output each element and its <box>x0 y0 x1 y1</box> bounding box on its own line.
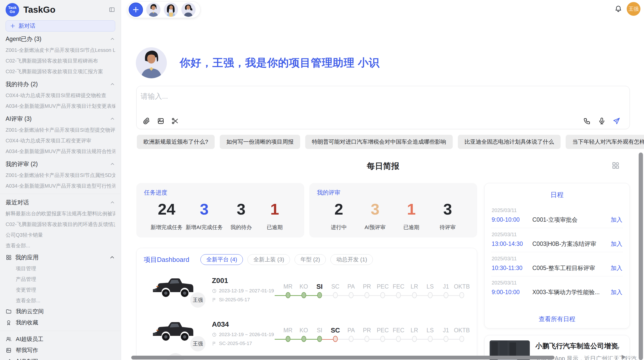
milestone: PA <box>343 282 359 299</box>
milestone-label: LR <box>406 326 422 335</box>
collapse-sidebar-icon[interactable] <box>109 6 115 13</box>
milestone: OKTB <box>454 282 470 299</box>
sidebar-link[interactable]: AI超级员工 <box>6 334 115 345</box>
sidebar-item[interactable]: C0X4-动力总成开发项目工程变更评审 <box>6 135 115 146</box>
sidebar-section-header[interactable]: 我的待办 (2) <box>6 78 115 90</box>
sidebar-section-title: AI评审 (3) <box>6 115 32 123</box>
scroll-down-arrow[interactable]: ▼ <box>616 345 621 351</box>
event-join-link[interactable]: 加入 <box>611 264 622 272</box>
sidebar-item[interactable]: C02-飞腾新能源轻客改款项目里程碑画布 <box>6 55 115 66</box>
sidebar-item[interactable]: 产品管理 <box>6 274 115 284</box>
sidebar-section-apps: 我的应用 项目管理产品管理变更管理 查看全部... <box>6 251 115 306</box>
chevron-up-icon <box>110 116 115 122</box>
suggestion-chip[interactable]: 比亚迪全固态电池计划具体说了什么 <box>458 135 561 149</box>
suggestion-chip[interactable]: 特朗普可能对进口汽车增税会对中国车企造成哪些影响 <box>305 135 453 149</box>
agent-avatar-3[interactable] <box>181 3 196 17</box>
dashboard-tab[interactable]: 年型 (2) <box>295 254 326 265</box>
scroll-right-arrow[interactable]: ▶ <box>622 353 626 360</box>
sidebar-section-title: Agent已办 (3) <box>6 35 41 43</box>
milestone: OKTB <box>454 326 470 343</box>
sidebar-section-header[interactable]: AI评审 (3) <box>6 113 115 125</box>
sidebar-item[interactable]: Z001-全新燃油轻卡产品开发项目SI造型提交物评审 <box>6 125 115 135</box>
project-info: A034 2023-12-19 ~ 2026-01-19 SC-2025-05-… <box>212 320 280 346</box>
project-row[interactable]: 王强 Z001 2023-12-19 ~ 2027-01-19 SI-2025-… <box>144 271 470 309</box>
event-join-link[interactable]: 加入 <box>611 216 622 224</box>
horizontal-scrollbar[interactable] <box>131 356 554 359</box>
recent-chats-header[interactable]: 最近对话 <box>6 197 115 208</box>
new-chat-button[interactable]: 新对话 <box>6 20 115 32</box>
microphone-icon[interactable] <box>598 117 606 125</box>
stat-value: 2 <box>324 200 354 218</box>
milestone-dot <box>333 292 338 298</box>
stat-label: 新增完成任务 <box>151 224 183 231</box>
sidebar-item[interactable]: 公司Q3轻卡销量 <box>6 230 115 240</box>
agent-avatar-1[interactable] <box>146 3 160 17</box>
milestone-dot <box>396 336 401 342</box>
sidebar-item[interactable]: 变更管理 <box>6 284 115 295</box>
scissors-icon[interactable] <box>171 117 179 125</box>
image-icon[interactable] <box>157 117 165 125</box>
milestone-track: MR KO SI SC PA PR <box>280 324 470 343</box>
view-all-schedule-link[interactable]: 查看所有日程 <box>485 315 630 323</box>
schedule-event: 2025/03/11 10:30-11:30 C005-整车工程目标评审 加入 <box>491 252 623 276</box>
agent-avatar-2[interactable] <box>164 3 178 17</box>
my-apps-header[interactable]: 我的应用 <box>6 251 115 263</box>
sidebar-item[interactable]: C02-飞腾新能源轻客改款项目的闭环通告反馈情况 <box>6 219 115 230</box>
milestone-dot <box>286 336 290 342</box>
suggestion-chip[interactable]: 如何写一份清晰的项目周报 <box>220 135 300 149</box>
event-date: 2025/03/11 <box>492 256 622 262</box>
milestone: MR <box>280 326 296 343</box>
milestone-label: FEC <box>391 282 406 291</box>
milestone-label: KO <box>296 282 312 291</box>
chat-input[interactable] <box>141 92 622 100</box>
suggestion-chip[interactable]: 欧洲新规最近颁布了什么? <box>137 135 215 149</box>
dashboard-tab[interactable]: 全新平台 (4) <box>200 254 243 265</box>
stat-cell: 3 AI预评审 <box>360 200 390 231</box>
notification-bell-icon[interactable] <box>614 5 622 13</box>
milestone-dot <box>459 336 464 342</box>
sidebar-section: Agent已办 (3) Z001-全新燃油皮卡产品开发项目SI节点Lesson … <box>6 33 115 77</box>
event-date: 2025/03/11 <box>492 232 622 237</box>
briefing-layout-icon[interactable] <box>611 161 620 169</box>
sidebar-item[interactable]: C0X4-动力总成开发项目SI里程碑提交物检查 <box>6 90 115 101</box>
recent-view-all[interactable]: 查看全部... <box>6 240 115 251</box>
user-avatar[interactable]: 王强 <box>627 2 640 16</box>
project-row[interactable]: 王强 A034 2023-12-19 ~ 2026-01-19 SC-2025-… <box>144 314 470 352</box>
vertical-scrollbar[interactable] <box>639 153 643 360</box>
sidebar-item[interactable]: C02-飞腾新能源轻客改款项目立项汇报方案 <box>6 66 115 77</box>
milestone-label: OKTB <box>454 326 470 335</box>
add-agent-button[interactable] <box>129 3 143 17</box>
sidebar-item[interactable]: A034-全新新能源MUV产品开发项目法规符合性评审 <box>6 146 115 157</box>
sidebar-item[interactable]: 解释最新出台的欧盟报废车法规再生塑料比例被调至15%... <box>6 208 115 219</box>
sidebar-item[interactable]: Z001-全新燃油皮卡产品开发项目SI节点Lesson Learn报告 <box>6 45 115 55</box>
event-join-link[interactable]: 加入 <box>611 240 622 248</box>
sidebar-link[interactable]: 我的收藏 <box>6 317 115 328</box>
milestone: SI <box>312 326 327 343</box>
sidebar-section-header[interactable]: Agent已办 (3) <box>6 33 115 45</box>
plus-icon <box>10 23 16 29</box>
project-dates: 2023-12-19 ~ 2026-01-19 <box>212 332 280 337</box>
sidebar-link[interactable]: 帮我写作 <box>6 345 115 356</box>
sidebar-section-header[interactable]: 我的评审 (2) <box>6 158 115 170</box>
send-icon[interactable] <box>613 117 620 125</box>
sidebar-link[interactable]: 我的云空间 <box>6 306 115 317</box>
milestone-label: SC <box>327 326 343 335</box>
sidebar-item[interactable]: 项目管理 <box>6 263 115 274</box>
apps-view-all[interactable]: 查看全部... <box>6 295 115 306</box>
sidebar-item[interactable]: A034-全新新能源MUV产品开发项目计划变更表编写 <box>6 101 115 111</box>
project-owner-badge: 王强 <box>189 291 207 309</box>
milestone-label: PEC <box>375 282 391 291</box>
dashboard-tab[interactable]: 全新上装 (3) <box>247 254 290 265</box>
milestone: PEC <box>375 282 391 299</box>
dashboard-tab[interactable]: 动总开发 (1) <box>330 254 373 265</box>
milestone-label: PA <box>343 282 359 291</box>
phone-icon[interactable] <box>583 117 591 125</box>
sidebar-item[interactable]: Z001-全新燃油轻卡产品开发项目SI节点属性5D文件评审 <box>6 170 115 181</box>
sidebar-link[interactable]: 创意制图 <box>6 356 115 360</box>
event-date: 2025/03/11 <box>492 280 622 286</box>
suggestion-chip[interactable]: 当下年轻人对汽车外观有怎样的喜好趋势 <box>566 135 644 149</box>
attachment-icon[interactable] <box>143 117 150 125</box>
sidebar-item[interactable]: A034-全新新能源MUV产品开发项目造型可行性评审 <box>6 181 115 191</box>
event-join-link[interactable]: 加入 <box>611 288 622 296</box>
milestone: LS <box>422 282 438 299</box>
